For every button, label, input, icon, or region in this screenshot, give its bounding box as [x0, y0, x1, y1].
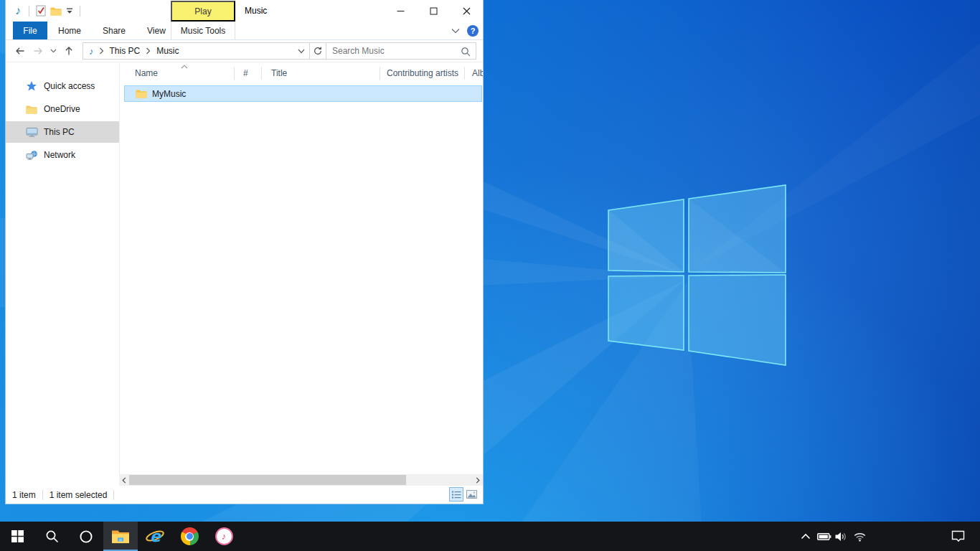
sidebar-item-onedrive[interactable]: OneDrive	[6, 98, 119, 120]
chevron-down-icon	[50, 49, 57, 53]
tab-file[interactable]: File	[13, 22, 47, 39]
navigation-pane: Quick access OneDrive	[6, 63, 119, 474]
properties-check-icon	[36, 5, 46, 17]
explorer-content: Quick access OneDrive	[6, 63, 483, 474]
ribbon-tab-row: File Home Share View Music Tools ?	[6, 22, 483, 40]
music-note-icon: ♪	[88, 47, 95, 56]
search-icon[interactable]	[461, 47, 471, 57]
taskbar: e ♪	[0, 522, 980, 551]
search-input[interactable]	[326, 46, 456, 56]
chrome-icon	[181, 527, 199, 545]
music-note-icon: ♪	[14, 5, 22, 17]
chevron-left-icon	[122, 477, 126, 484]
chevron-up-icon	[801, 533, 811, 540]
breadcrumb-this-pc[interactable]: This PC	[108, 46, 143, 56]
close-button[interactable]	[450, 0, 483, 22]
cortana-icon	[79, 529, 93, 544]
scroll-right-button[interactable]	[473, 474, 483, 486]
help-button[interactable]: ?	[467, 25, 479, 37]
battery-tray-button[interactable]	[816, 522, 833, 551]
start-icon	[11, 530, 24, 542]
address-bar[interactable]: ♪ This PC Music	[83, 42, 326, 60]
forward-arrow-icon	[32, 45, 44, 57]
cortana-button[interactable]	[69, 522, 103, 551]
taskbar-search-button[interactable]	[34, 522, 69, 551]
up-arrow-icon	[63, 45, 75, 57]
details-view-icon	[452, 491, 461, 499]
sidebar-item-quick-access[interactable]: Quick access	[6, 75, 119, 97]
network-icon	[26, 150, 38, 161]
breadcrumb-music[interactable]: Music	[154, 46, 181, 56]
battery-icon	[817, 532, 831, 542]
expand-ribbon-button[interactable]	[451, 28, 460, 34]
maximize-button[interactable]	[417, 0, 450, 22]
item-count: 1 item	[12, 490, 36, 500]
quick-access-toolbar: ♪	[11, 0, 85, 22]
onedrive-folder-icon	[26, 105, 38, 114]
taskbar-buttons: e ♪	[0, 522, 241, 551]
search-icon	[45, 529, 59, 543]
file-explorer-window: ♪ Play	[5, 0, 484, 504]
taskbar-file-explorer-button[interactable]	[103, 522, 138, 551]
chevron-down-icon	[451, 28, 460, 34]
tab-share[interactable]: Share	[92, 22, 136, 39]
qat-dropdown-icon	[66, 7, 73, 14]
minimize-button[interactable]	[384, 0, 417, 22]
column-header-contributing-artists[interactable]: Contributing artists	[380, 63, 465, 83]
taskbar-itunes-button[interactable]: ♪	[207, 522, 241, 551]
taskbar-chrome-button[interactable]	[172, 522, 207, 551]
itunes-icon: ♪	[215, 527, 233, 545]
column-header-title[interactable]: Title	[262, 63, 380, 83]
refresh-button[interactable]	[310, 43, 326, 59]
show-hidden-icons-button[interactable]	[798, 522, 814, 551]
properties-button[interactable]	[34, 2, 48, 19]
column-header-number[interactable]: #	[235, 63, 262, 83]
scroll-left-button[interactable]	[119, 474, 129, 486]
start-button[interactable]	[0, 522, 34, 551]
address-dropdown-button[interactable]	[293, 43, 309, 59]
tab-home[interactable]: Home	[47, 22, 92, 39]
column-header-name[interactable]: Name	[120, 63, 235, 83]
up-button[interactable]	[63, 45, 75, 57]
tab-music-tools[interactable]: Music Tools	[171, 22, 235, 39]
back-button[interactable]	[14, 45, 26, 57]
large-icons-view-button[interactable]	[464, 487, 479, 501]
wifi-icon	[854, 532, 866, 542]
toolbar-separator	[29, 6, 29, 17]
chevron-right-icon	[476, 477, 480, 484]
selection-count: 1 item selected	[50, 490, 108, 500]
maximize-icon	[430, 7, 438, 15]
status-separator	[113, 490, 114, 500]
recent-locations-button[interactable]	[50, 49, 57, 53]
this-pc-monitor-icon	[26, 127, 38, 138]
app-menu-button[interactable]: ♪	[11, 2, 24, 19]
sidebar-item-this-pc[interactable]: This PC	[6, 121, 119, 143]
close-icon	[463, 7, 471, 15]
forward-button[interactable]	[32, 45, 44, 57]
sidebar-item-network[interactable]: Network	[6, 144, 119, 166]
toolbar-separator	[80, 6, 80, 17]
volume-tray-button[interactable]	[833, 522, 850, 551]
new-folder-button[interactable]	[48, 2, 64, 19]
window-title: Music	[245, 6, 267, 16]
details-view-button[interactable]	[449, 487, 463, 501]
file-row-mymusic[interactable]: MyMusic	[124, 85, 482, 102]
folder-icon	[136, 89, 147, 98]
sidebar-item-label: Network	[44, 150, 75, 160]
column-header-album[interactable]: Alb	[465, 63, 483, 83]
back-arrow-icon	[14, 45, 26, 57]
scrollbar-thumb[interactable]	[129, 475, 406, 485]
search-box	[326, 42, 476, 60]
file-explorer-icon	[111, 529, 130, 544]
sidebar-item-label: This PC	[44, 127, 75, 137]
help-icon: ?	[471, 27, 476, 35]
network-tray-button[interactable]	[851, 522, 868, 551]
chevron-right-icon	[146, 47, 151, 55]
chevron-right-icon	[99, 47, 104, 55]
horizontal-scrollbar[interactable]	[119, 474, 483, 486]
action-center-button[interactable]	[948, 522, 967, 551]
contextual-tab-play[interactable]: Play	[171, 1, 235, 22]
customize-qat-button[interactable]	[64, 2, 75, 19]
taskbar-internet-explorer-button[interactable]: e	[138, 522, 172, 551]
address-bar-row: ♪ This PC Music	[6, 40, 483, 62]
